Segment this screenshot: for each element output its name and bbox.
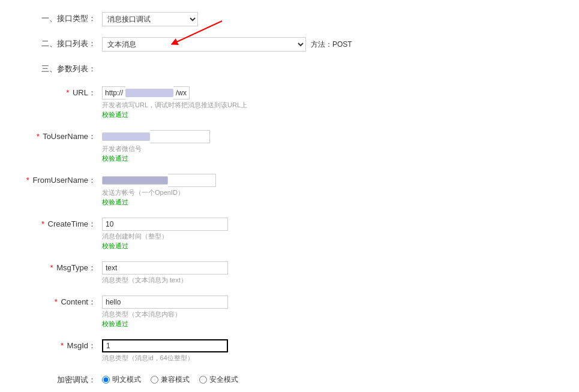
fromuser-content: 发送方帐号（一个OpenID） 校验通过 — [102, 174, 561, 207]
touser-label: * ToUserName： — [18, 130, 102, 143]
encrypt-radio-secure[interactable] — [199, 376, 207, 384]
content-label: * Content： — [18, 295, 102, 309]
msgtype-content: 消息类型（文本消息为 text） — [102, 261, 561, 285]
url-required-star: * — [66, 88, 69, 97]
content-validate: 校验通过 — [102, 319, 561, 328]
msgid-hint: 消息类型（消息id，64位整型） — [102, 354, 561, 363]
encrypt-content: 明文模式 兼容模式 安全模式 — [102, 373, 561, 385]
msgid-required-star: * — [61, 341, 64, 350]
fromuser-label-text: FromUserName： — [33, 176, 96, 185]
url-prefix: http:// — [102, 86, 125, 99]
url-label: * URL： — [18, 86, 102, 99]
touser-input[interactable] — [150, 130, 210, 143]
encrypt-label: 加密调试： — [18, 373, 102, 387]
msgid-content: 消息类型（消息id，64位整型） — [102, 339, 561, 363]
encrypt-radio-group: 明文模式 兼容模式 安全模式 — [102, 375, 561, 385]
msgid-input[interactable] — [102, 339, 228, 352]
fromuser-required-star: * — [26, 176, 29, 185]
createtime-input[interactable] — [102, 218, 228, 231]
section3-label: 三、参数列表： — [18, 62, 102, 76]
encrypt-row: 加密调试： 明文模式 兼容模式 安全模式 — [18, 373, 561, 387]
encrypt-option-plaintext[interactable]: 明文模式 — [102, 375, 141, 385]
url-label-text: URL： — [73, 88, 96, 97]
touser-required-star: * — [37, 132, 40, 141]
touser-validate: 校验通过 — [102, 154, 561, 163]
createtime-label: * CreateTime： — [18, 218, 102, 231]
url-validate: 校验通过 — [102, 110, 561, 119]
touser-hint: 开发者微信号 — [102, 144, 561, 153]
fromuser-row: * FromUserName： 发送方帐号（一个OpenID） 校验通过 — [18, 174, 561, 207]
createtime-label-text: CreateTime： — [48, 219, 96, 228]
createtime-row: * CreateTime： 消息创建时间（整型） 校验通过 — [18, 218, 561, 251]
encrypt-option-compat[interactable]: 兼容模式 — [151, 375, 190, 385]
section1-label: 一、接口类型： — [18, 12, 102, 25]
fromuser-validate: 校验通过 — [102, 198, 561, 207]
createtime-validate: 校验通过 — [102, 242, 561, 251]
url-row: * URL： http:// /wx 开发者填写URL，调试时将把消息推送到该U… — [18, 86, 561, 119]
content-row: * Content： 消息类型（文本消息内容） 校验通过 — [18, 295, 561, 328]
encrypt-radio-compat[interactable] — [151, 376, 158, 384]
section1-row: 一、接口类型： 消息接口调试 — [18, 12, 561, 26]
touser-input-wrap — [102, 130, 561, 143]
fromuser-blurred — [102, 176, 168, 185]
encrypt-option-secure[interactable]: 安全模式 — [199, 375, 238, 385]
url-hint: 开发者填写URL，调试时将把消息推送到该URL上 — [102, 101, 561, 110]
msgid-label: * MsgId： — [18, 339, 102, 352]
content-input[interactable] — [102, 295, 228, 309]
content-hint: 消息类型（文本消息内容） — [102, 310, 561, 319]
msgid-label-text: MsgId： — [67, 341, 96, 350]
content-required-star: * — [55, 297, 58, 306]
touser-label-text: ToUserName： — [43, 132, 96, 141]
content-content: 消息类型（文本消息内容） 校验通过 — [102, 295, 561, 328]
msgtype-row: * MsgType： 消息类型（文本消息为 text） — [18, 261, 561, 285]
section2-row: 二、接口列表： 文本消息 方法：POST — [18, 37, 561, 52]
msgtype-label: * MsgType： — [18, 261, 102, 275]
createtime-content: 消息创建时间（整型） 校验通过 — [102, 218, 561, 251]
interface-type-select[interactable]: 消息接口调试 — [102, 12, 198, 26]
section2-label: 二、接口列表： — [18, 37, 102, 50]
encrypt-plaintext-label: 明文模式 — [112, 375, 141, 385]
url-suffix: /wx — [173, 86, 190, 99]
section1-content: 消息接口调试 — [102, 12, 561, 26]
method-label: 方法：POST — [311, 37, 352, 52]
createtime-hint: 消息创建时间（整型） — [102, 232, 561, 241]
touser-row: * ToUserName： 开发者微信号 校验通过 — [18, 130, 561, 163]
url-input-container: http:// /wx — [102, 86, 561, 99]
fromuser-input[interactable] — [168, 174, 216, 187]
section3-row: 三、参数列表： — [18, 62, 561, 76]
url-blurred — [125, 89, 173, 97]
fromuser-input-wrap — [102, 174, 561, 187]
msgtype-label-text: MsgType： — [56, 263, 96, 272]
section2-content: 文本消息 方法：POST — [102, 37, 561, 52]
url-content: http:// /wx 开发者填写URL，调试时将把消息推送到该URL上 校验通… — [102, 86, 561, 119]
fromuser-hint: 发送方帐号（一个OpenID） — [102, 188, 561, 197]
encrypt-secure-label: 安全模式 — [209, 375, 238, 385]
msgid-row: * MsgId： 消息类型（消息id，64位整型） — [18, 339, 561, 363]
encrypt-radio-plaintext[interactable] — [102, 376, 110, 384]
msgtype-required-star: * — [50, 263, 53, 272]
interface-list-select[interactable]: 文本消息 — [102, 37, 306, 52]
section2-inline: 文本消息 方法：POST — [102, 37, 561, 52]
main-page: 一、接口类型： 消息接口调试 二、接口列表： 文本消息 方法：POST 三、参数… — [0, 0, 579, 392]
touser-content: 开发者微信号 校验通过 — [102, 130, 561, 163]
content-label-text: Content： — [61, 297, 96, 306]
createtime-required-star: * — [41, 219, 44, 228]
msgtype-hint: 消息类型（文本消息为 text） — [102, 276, 561, 285]
encrypt-compat-label: 兼容模式 — [161, 375, 190, 385]
touser-blurred — [102, 132, 150, 141]
msgtype-input[interactable] — [102, 261, 228, 275]
fromuser-label: * FromUserName： — [18, 174, 102, 187]
